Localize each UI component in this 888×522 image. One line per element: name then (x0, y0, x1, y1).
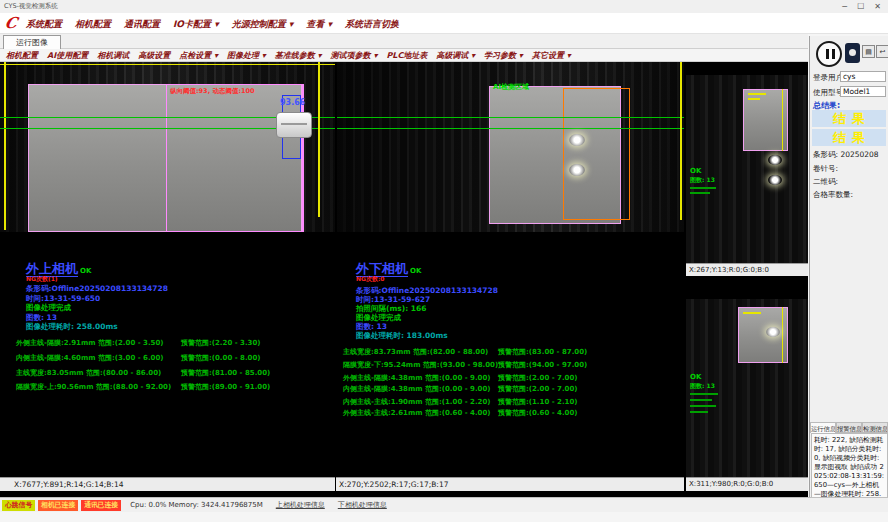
warning-range-text: 预警范围:(0.00 - 8.00) (181, 353, 261, 363)
pause-button[interactable] (816, 41, 842, 67)
thumbnail-view-2[interactable]: OK 图数: 13 (686, 299, 808, 477)
warning-range-text: 预警范围:(0.60 - 4.00) (498, 408, 578, 418)
bright-spot (569, 164, 585, 176)
menu-item-language[interactable]: 系统语言切换 (345, 18, 399, 31)
tab-row: 运行图像 (0, 34, 808, 49)
measurement-text: 主线宽度:83.73mm 范围:(82.00 - 88.00) (343, 347, 488, 357)
warning-range-text: 预警范围:(89.00 - 91.00) (181, 382, 270, 392)
model-field[interactable]: Model1 (840, 86, 886, 97)
menu-item-io-config[interactable]: IO卡配置 ▾ (173, 18, 219, 31)
menu-item-view[interactable]: 查看 ▾ (306, 18, 332, 31)
measurement-text: 内侧主线-隔膜:4.60mm 范围:(3.00 - 6.00) (16, 353, 164, 363)
run-log-text[interactable]: 耗时: 222, 缺陷检测耗时: 17, 缺陷分类耗时: 0, 缺陷视频分类耗时… (811, 433, 888, 499)
result-box-1: 结果 (812, 110, 886, 127)
barcode-label: 条形码: (813, 150, 838, 159)
ai-roi-rect-orange (563, 88, 630, 220)
elapsed-line: 图像处理耗时: 258.00ms (26, 322, 118, 332)
camera-icon (849, 49, 856, 56)
snapshot-button[interactable]: ▤ (862, 45, 875, 58)
measurement-text: 隔膜宽度-下:95.24mm 范围:(93.00 - 98.00) (343, 360, 498, 370)
login-user-field[interactable]: cys (840, 71, 886, 82)
window-controls: ─ ☐ ✕ (842, 0, 885, 13)
bright-spot (768, 155, 782, 165)
product-region (738, 307, 788, 363)
toolbar-plc-table[interactable]: PLC地址表 (386, 50, 427, 61)
title-bar: CYS-视觉检测系统 ─ ☐ ✕ (0, 0, 888, 13)
lower-camera-info-link[interactable]: 下相机处理信息 (338, 500, 387, 510)
menu-item-camera-config[interactable]: 相机配置 (75, 18, 111, 31)
toolbar-camera-config[interactable]: 相机配置 (6, 50, 38, 61)
menu-bar: C 系统配置 相机配置 通讯配置 IO卡配置 ▾ 光源控制配置 ▾ 查看 ▾ 系… (0, 13, 888, 34)
close-icon[interactable]: ✕ (874, 2, 881, 11)
toolbar-learning-params[interactable]: 学习参数 ▾ (484, 50, 523, 61)
bottom-strip (0, 512, 888, 522)
ng-count-label: NG次数(1) (26, 275, 58, 284)
annotation-yellow (748, 93, 766, 95)
reset-button[interactable]: ↩ (876, 45, 888, 58)
measurement-text: 主线宽度:83.05mm 范围:(80.00 - 86.00) (16, 368, 161, 378)
camera-connected-badge: 相机已连接 (38, 500, 78, 511)
toolbar-spot-check[interactable]: 点检设置 ▾ (179, 50, 218, 61)
minimize-icon[interactable]: ─ (842, 2, 847, 11)
coord-readout-lower: X:270;Y:2502;R:17;G:17;B:17 (336, 477, 684, 491)
warning-range-text: 预警范围:(2.00 - 7.00) (498, 373, 578, 383)
qr-label: 二维码: (813, 177, 838, 187)
toolbar-other-settings[interactable]: 其它设置 ▾ (532, 50, 571, 61)
coord-readout-upper: X:7677;Y:891;R:14;G:14;B:14 (0, 477, 335, 491)
cpu-memory-readout: Cpu: 0.0% Memory: 3424.41796875M (130, 501, 263, 509)
toolbar-camera-debug[interactable]: 相机调试 (97, 50, 129, 61)
heartbeat-badge: 心跳信号 (2, 500, 35, 511)
annotation-yellow (748, 98, 760, 100)
menu-item-comm-config[interactable]: 通讯配置 (124, 18, 160, 31)
maximize-icon[interactable]: ☐ (857, 2, 864, 11)
coord-readout-thumb2: X:311;Y:980;R:0;G:0;B:0 (686, 477, 808, 491)
toolbar-baseline-params[interactable]: 基准线参数 ▾ (275, 50, 322, 61)
camera-view-upper[interactable]: 纵向阈值:93, 动态阈值:100 93.66 外上相机OK NG次数(1) 条… (0, 62, 335, 477)
warning-range-text: 预警范围:(83.00 - 87.00) (498, 347, 587, 357)
warning-range-text: 预警范围:(2.00 - 7.00) (498, 384, 578, 394)
toolbar-image-processing[interactable]: 图像处理 ▾ (227, 50, 266, 61)
measurement-text: 隔膜宽度-上:90.56mm 范围:(88.00 - 92.00) (16, 382, 171, 392)
thumb-text-line (690, 192, 710, 194)
barcode-row: 条形码: 20250208 (813, 150, 879, 160)
toolbar-ai-config[interactable]: AI使用配置 (47, 50, 88, 61)
right-panel: ▤ ↩ 登录用户: cys 使用型号: Model1 总结果: 结果 结果 条形… (809, 36, 888, 512)
menu-item-system-config[interactable]: 系统配置 (26, 18, 62, 31)
connector-part (276, 112, 312, 138)
window-title: CYS-视觉检测系统 (4, 2, 58, 11)
bright-spot (768, 175, 782, 185)
tab-run-info[interactable]: 运行信息 (810, 422, 836, 433)
warning-range-text: 预警范围:(81.00 - 85.00) (181, 368, 270, 378)
tab-run-image[interactable]: 运行图像 (3, 35, 61, 49)
warning-range-text: 预警范围:(94.00 - 97.00) (498, 360, 587, 370)
bright-spot (569, 134, 585, 146)
warning-range-text: 预警范围:(1.10 - 2.10) (498, 397, 578, 407)
thumb-ok-label: OK (690, 373, 701, 381)
upper-camera-info-link[interactable]: 上相机处理信息 (276, 500, 325, 510)
thumb-text-line (690, 399, 712, 401)
tab-alarm-info[interactable]: 报警信息 (836, 422, 862, 433)
toolbar-test-params[interactable]: 测试项参数 ▾ (331, 50, 378, 61)
measurement-text: 外侧主线-隔膜:2.91mm 范围:(2.00 - 3.50) (16, 338, 164, 348)
camera-view-lower[interactable]: AI检测区域 外下相机OK NG次数:0 条形码:Offline20250208… (337, 62, 684, 477)
warning-range-text: 预警范围:(2.20 - 3.30) (181, 338, 261, 348)
toolbar-advanced-settings[interactable]: 高级设置 (138, 50, 170, 61)
measurement-text: 外侧主线-隔膜:4.38mm 范围:(0.00 - 9.00) (343, 373, 491, 383)
thumbnail-view-1[interactable]: OK 图数: 13 (686, 75, 808, 263)
thumb-count-label: 图数: 13 (690, 176, 715, 185)
pause-icon (826, 49, 829, 59)
guide-line-yellow (782, 89, 783, 151)
guide-line-yellow (318, 62, 320, 217)
camera-capture-button[interactable] (845, 43, 860, 63)
toolbar: 相机配置 AI使用配置 相机调试 高级设置 点检设置 ▾ 图像处理 ▾ 基准线参… (0, 49, 808, 62)
menu-item-light-config[interactable]: 光源控制配置 ▾ (232, 18, 294, 31)
needle-label: 卷针号: (813, 164, 838, 174)
toolbar-advanced-debug[interactable]: 高级调试 ▾ (436, 50, 475, 61)
baseline-green (337, 117, 684, 118)
ai-region-label: AI检测区域 (493, 82, 529, 92)
measurement-text: 内侧主线-隔膜:4.38mm 范围:(0.00 - 9.00) (343, 384, 491, 394)
ng-count-label: NG次数:0 (356, 275, 385, 284)
tab-detect-info[interactable]: 检测信息 (862, 422, 888, 433)
menu-items: 系统配置 相机配置 通讯配置 IO卡配置 ▾ 光源控制配置 ▾ 查看 ▾ 系统语… (26, 18, 399, 31)
guide-line-yellow (782, 307, 783, 363)
